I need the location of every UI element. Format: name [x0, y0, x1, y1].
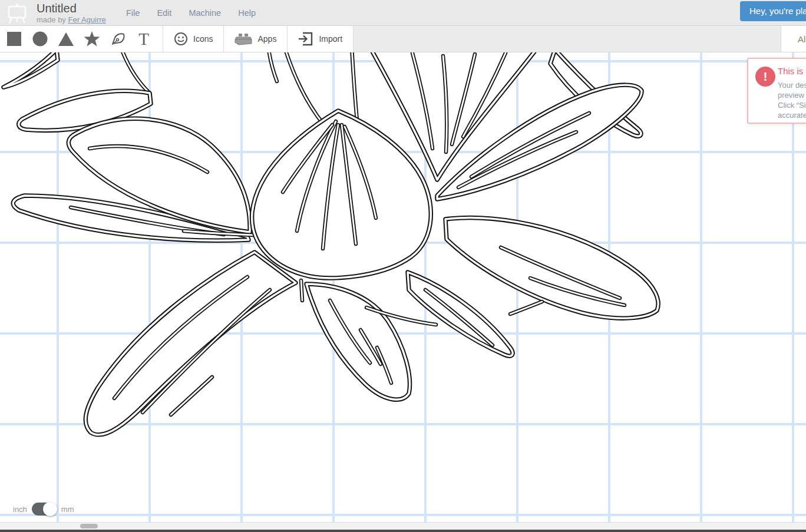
menu-edit[interactable]: Edit — [157, 8, 171, 18]
menu-help[interactable]: Help — [238, 8, 256, 18]
units-toggle[interactable] — [32, 503, 57, 516]
shape-tools-group: T — [0, 26, 163, 52]
toolbar-spacer — [354, 26, 781, 52]
units-toggle-group: inch mm — [13, 503, 74, 516]
horizontal-scrollbar-thumb[interactable] — [80, 524, 98, 528]
pen-tool-button[interactable] — [105, 26, 131, 52]
notification-line: Your desig — [778, 80, 806, 90]
toolbar: T Icons Apps — [0, 26, 806, 52]
smiley-icon — [174, 32, 188, 46]
byline: made by Fer Aguirre — [37, 15, 106, 25]
ellipse-tool-button[interactable] — [27, 26, 53, 52]
project-title[interactable]: Untitled — [37, 1, 106, 15]
app-window: Untitled made by Fer Aguirre File Edit M… — [0, 0, 806, 532]
star-tool-button[interactable] — [79, 26, 105, 52]
app-header: Untitled made by Fer Aguirre File Edit M… — [0, 0, 806, 26]
menu-machine[interactable]: Machine — [189, 8, 221, 18]
toggle-knob[interactable] — [43, 502, 57, 516]
easel-logo-icon[interactable] — [6, 2, 28, 24]
notification-line: preview a — [778, 90, 806, 100]
flower-drawing[interactable] — [0, 52, 806, 523]
icons-label: Icons — [193, 34, 213, 44]
byline-prefix: made by — [37, 15, 68, 24]
menu-file[interactable]: File — [126, 8, 140, 18]
window-bottom-edge — [0, 530, 806, 532]
notification-line: accurate p — [778, 110, 806, 120]
preview-warning-popup: ! This is a Your desig preview a Click “… — [747, 58, 806, 124]
alert-glyph: ! — [764, 70, 768, 84]
promo-button[interactable]: Hey, you're playin — [740, 1, 806, 21]
square-tool-button[interactable] — [1, 26, 27, 52]
star-icon — [84, 31, 100, 47]
notification-title: This is a — [778, 66, 806, 76]
menubar: File Edit Machine Help — [126, 0, 256, 26]
mm-label: mm — [61, 505, 74, 514]
square-icon — [7, 32, 21, 46]
triangle-icon — [58, 32, 74, 46]
text-tool-button[interactable]: T — [131, 26, 157, 52]
author-link[interactable]: Fer Aguirre — [68, 15, 105, 24]
design-canvas[interactable] — [0, 52, 806, 523]
horizontal-scrollbar[interactable] — [0, 522, 806, 530]
inch-label: inch — [13, 505, 27, 514]
apps-button[interactable]: Apps — [224, 26, 287, 52]
notification-body: Your desig preview a Click “Sim accurate… — [778, 80, 806, 120]
right-panel-label: Al — [781, 34, 805, 44]
notification-line: Click “Sim — [778, 100, 806, 110]
text-icon: T — [138, 31, 149, 48]
right-panel-button[interactable]: Al — [781, 26, 806, 52]
icons-button[interactable]: Icons — [163, 26, 223, 52]
ellipse-icon — [32, 31, 48, 47]
lego-icon — [234, 32, 252, 46]
import-label: Import — [319, 34, 342, 44]
import-icon — [298, 31, 313, 47]
alert-icon: ! — [755, 67, 775, 87]
apps-label: Apps — [257, 34, 276, 44]
pen-icon — [110, 31, 126, 47]
import-button[interactable]: Import — [288, 26, 353, 52]
triangle-tool-button[interactable] — [53, 26, 79, 52]
